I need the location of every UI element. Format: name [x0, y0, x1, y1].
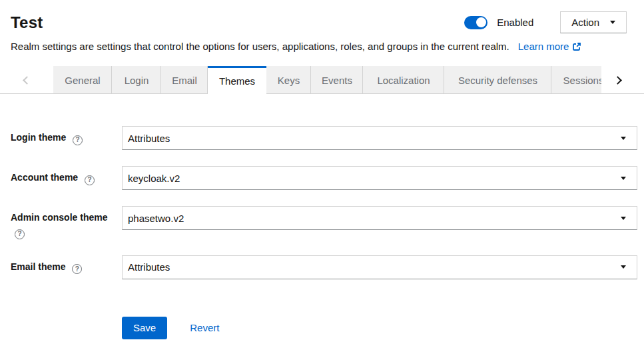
- tab-label: Keys: [278, 75, 300, 86]
- save-button[interactable]: Save: [122, 317, 167, 339]
- realm-settings-tabs: General Login Email Themes Keys Events L…: [0, 66, 644, 94]
- email-theme-label-group: Email theme: [11, 255, 122, 275]
- tab-label: Email: [172, 75, 197, 86]
- tab-email[interactable]: Email: [161, 66, 208, 94]
- tab-keys[interactable]: Keys: [266, 66, 311, 94]
- account-theme-value: keycloak.v2: [128, 173, 180, 184]
- email-theme-select[interactable]: Attributes: [122, 255, 637, 279]
- form-row-account-theme: Account theme keycloak.v2: [11, 166, 637, 190]
- caret-down-icon: [621, 217, 626, 220]
- admin-console-theme-value: phasetwo.v2: [128, 213, 184, 224]
- tab-label: Security defenses: [458, 75, 537, 86]
- realm-settings-page: Test Enabled Action Realm settings are s…: [0, 0, 644, 358]
- form-row-email-theme: Email theme Attributes: [11, 255, 637, 279]
- enabled-label: Enabled: [497, 17, 533, 28]
- description-row: Realm settings are settings that control…: [11, 40, 627, 53]
- admin-console-theme-label-group: Admin console theme: [11, 206, 122, 239]
- form-row-admin-console-theme: Admin console theme phasetwo.v2: [11, 206, 637, 239]
- tab-localization[interactable]: Localization: [363, 66, 444, 94]
- account-theme-label: Account theme: [11, 172, 78, 183]
- login-theme-label-group: Login theme: [11, 126, 122, 145]
- account-theme-select[interactable]: keycloak.v2: [122, 166, 637, 190]
- page-header: Test Enabled Action Realm settings are s…: [0, 0, 644, 53]
- learn-more-link[interactable]: Learn more: [518, 41, 582, 52]
- caret-down-icon: [610, 21, 615, 24]
- action-dropdown-label: Action: [571, 17, 599, 28]
- tab-login[interactable]: Login: [112, 66, 161, 94]
- chevron-right-icon: [613, 76, 622, 85]
- page-title: Test: [11, 13, 464, 32]
- tabs-scroll-right-button[interactable]: [601, 66, 644, 94]
- tab-label: Themes: [219, 75, 255, 87]
- tab-events[interactable]: Events: [311, 66, 363, 94]
- caret-down-icon: [621, 265, 626, 269]
- email-theme-value: Attributes: [128, 261, 170, 273]
- login-theme-value: Attributes: [128, 133, 170, 144]
- tab-security-defenses[interactable]: Security defenses: [444, 66, 551, 94]
- external-link-icon: [572, 42, 581, 51]
- tab-themes[interactable]: Themes: [208, 66, 266, 94]
- tab-sessions[interactable]: Sessions: [551, 66, 601, 94]
- login-theme-label: Login theme: [11, 132, 66, 143]
- form-action-group: Save Revert: [122, 317, 637, 339]
- header-controls: Enabled Action: [464, 11, 627, 33]
- caret-down-icon: [621, 177, 626, 180]
- toggle-knob-icon: [476, 17, 486, 27]
- page-description: Realm settings are settings that control…: [11, 41, 509, 52]
- chevron-left-icon: [23, 76, 31, 85]
- revert-link[interactable]: Revert: [190, 322, 219, 333]
- help-icon[interactable]: [15, 229, 25, 239]
- help-icon[interactable]: [85, 175, 95, 185]
- help-icon[interactable]: [73, 135, 83, 145]
- learn-more-label: Learn more: [518, 41, 569, 52]
- tab-label: Login: [125, 75, 149, 86]
- caret-down-icon: [621, 137, 626, 140]
- realm-enabled-toggle[interactable]: [464, 16, 487, 29]
- tab-label: Localization: [377, 75, 430, 86]
- tab-general[interactable]: General: [53, 66, 112, 94]
- account-theme-label-group: Account theme: [11, 166, 122, 185]
- login-theme-select[interactable]: Attributes: [122, 126, 637, 150]
- form-row-login-theme: Login theme Attributes: [11, 126, 637, 150]
- action-dropdown-button[interactable]: Action: [560, 11, 627, 33]
- tabs-scroll-left-button[interactable]: [0, 66, 53, 94]
- tab-label: General: [65, 75, 100, 86]
- help-icon[interactable]: [72, 264, 82, 274]
- tab-label: Events: [322, 75, 352, 86]
- themes-tab-panel: Login theme Attributes Account theme key…: [0, 94, 644, 339]
- header-title-row: Test Enabled Action: [11, 11, 627, 33]
- admin-console-theme-select[interactable]: phasetwo.v2: [122, 206, 637, 230]
- tabs-viewport: General Login Email Themes Keys Events L…: [53, 66, 601, 94]
- tab-label: Sessions: [563, 75, 601, 86]
- email-theme-label: Email theme: [11, 261, 65, 272]
- admin-console-theme-label: Admin console theme: [11, 212, 107, 223]
